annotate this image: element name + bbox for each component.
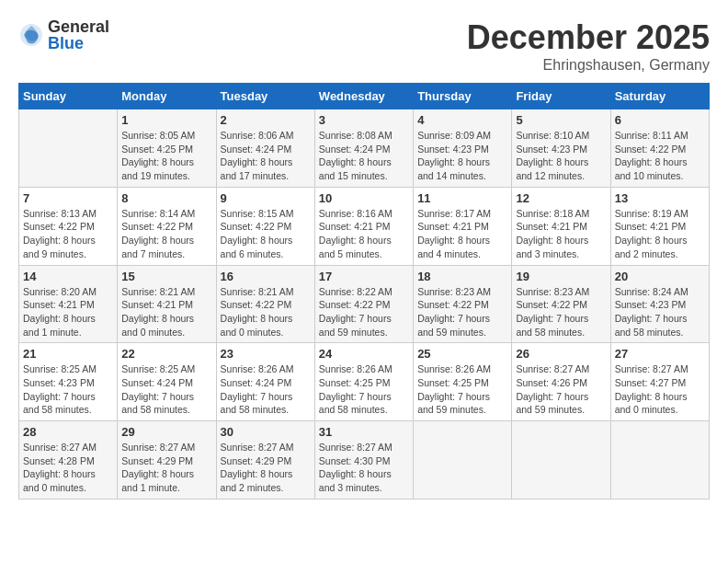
- day-number: 20: [615, 270, 705, 283]
- day-info: Sunrise: 8:26 AM Sunset: 4:25 PM Dayligh…: [319, 362, 409, 417]
- calendar-cell: [414, 421, 512, 500]
- calendar-cell: 20Sunrise: 8:24 AM Sunset: 4:23 PM Dayli…: [610, 265, 709, 343]
- calendar-week-3: 14Sunrise: 8:20 AM Sunset: 4:21 PM Dayli…: [19, 265, 710, 343]
- day-number: 13: [615, 191, 705, 205]
- day-info: Sunrise: 8:24 AM Sunset: 4:23 PM Dayligh…: [615, 285, 705, 339]
- calendar-cell: 22Sunrise: 8:25 AM Sunset: 4:24 PM Dayli…: [118, 343, 216, 421]
- calendar-week-5: 28Sunrise: 8:27 AM Sunset: 4:28 PM Dayli…: [19, 421, 710, 500]
- calendar-cell: 11Sunrise: 8:17 AM Sunset: 4:21 PM Dayli…: [414, 187, 512, 265]
- day-info: Sunrise: 8:13 AM Sunset: 4:22 PM Dayligh…: [23, 207, 113, 261]
- calendar-cell: 1Sunrise: 8:05 AM Sunset: 4:25 PM Daylig…: [118, 109, 216, 188]
- calendar-cell: 3Sunrise: 8:08 AM Sunset: 4:24 PM Daylig…: [314, 109, 413, 188]
- calendar-cell: 23Sunrise: 8:26 AM Sunset: 4:24 PM Dayli…: [216, 343, 314, 421]
- calendar-cell: 8Sunrise: 8:14 AM Sunset: 4:22 PM Daylig…: [118, 187, 216, 265]
- calendar-cell: 12Sunrise: 8:18 AM Sunset: 4:21 PM Dayli…: [512, 187, 610, 265]
- day-info: Sunrise: 8:25 AM Sunset: 4:24 PM Dayligh…: [121, 362, 211, 417]
- day-number: 9: [221, 191, 311, 205]
- day-number: 15: [121, 270, 211, 283]
- day-info: Sunrise: 8:26 AM Sunset: 4:24 PM Dayligh…: [221, 362, 311, 417]
- calendar-cell: 13Sunrise: 8:19 AM Sunset: 4:21 PM Dayli…: [610, 187, 709, 265]
- day-info: Sunrise: 8:15 AM Sunset: 4:22 PM Dayligh…: [221, 207, 311, 261]
- day-number: 25: [417, 347, 507, 361]
- calendar-cell: 10Sunrise: 8:16 AM Sunset: 4:21 PM Dayli…: [314, 187, 413, 265]
- day-info: Sunrise: 8:22 AM Sunset: 4:22 PM Dayligh…: [319, 285, 409, 339]
- calendar-week-2: 7Sunrise: 8:13 AM Sunset: 4:22 PM Daylig…: [19, 187, 710, 265]
- day-number: 11: [417, 191, 507, 205]
- day-info: Sunrise: 8:05 AM Sunset: 4:25 PM Dayligh…: [121, 129, 211, 183]
- calendar-cell: 25Sunrise: 8:26 AM Sunset: 4:25 PM Dayli…: [414, 343, 512, 421]
- weekday-header-sunday: Sunday: [19, 84, 118, 109]
- day-number: 28: [23, 425, 113, 439]
- month-year-title: December 2025: [467, 18, 710, 57]
- day-info: Sunrise: 8:09 AM Sunset: 4:23 PM Dayligh…: [417, 129, 507, 183]
- day-number: 16: [221, 270, 311, 283]
- logo: General Blue: [18, 18, 109, 52]
- day-info: Sunrise: 8:27 AM Sunset: 4:29 PM Dayligh…: [121, 441, 211, 495]
- day-info: Sunrise: 8:17 AM Sunset: 4:21 PM Dayligh…: [417, 207, 507, 261]
- day-number: 23: [221, 347, 311, 361]
- calendar-cell: 7Sunrise: 8:13 AM Sunset: 4:22 PM Daylig…: [19, 187, 118, 265]
- day-info: Sunrise: 8:21 AM Sunset: 4:21 PM Dayligh…: [121, 285, 211, 339]
- day-info: Sunrise: 8:08 AM Sunset: 4:24 PM Dayligh…: [319, 129, 409, 183]
- weekday-header-saturday: Saturday: [610, 84, 709, 109]
- calendar-cell: 19Sunrise: 8:23 AM Sunset: 4:22 PM Dayli…: [512, 265, 610, 343]
- day-number: 10: [319, 191, 409, 205]
- day-number: 7: [23, 191, 113, 205]
- calendar-week-1: 1Sunrise: 8:05 AM Sunset: 4:25 PM Daylig…: [19, 109, 710, 188]
- day-number: 1: [121, 113, 211, 127]
- calendar-cell: 21Sunrise: 8:25 AM Sunset: 4:23 PM Dayli…: [19, 343, 118, 421]
- calendar-cell: 30Sunrise: 8:27 AM Sunset: 4:29 PM Dayli…: [216, 421, 314, 500]
- day-number: 27: [615, 347, 705, 361]
- weekday-header-monday: Monday: [118, 84, 216, 109]
- title-area: December 2025 Ehringshausen, Germany: [467, 18, 710, 74]
- day-number: 12: [516, 191, 606, 205]
- day-info: Sunrise: 8:27 AM Sunset: 4:27 PM Dayligh…: [615, 362, 705, 417]
- day-number: 24: [319, 347, 409, 361]
- calendar-cell: 31Sunrise: 8:27 AM Sunset: 4:30 PM Dayli…: [314, 421, 413, 500]
- calendar-cell: 6Sunrise: 8:11 AM Sunset: 4:22 PM Daylig…: [610, 109, 709, 188]
- day-number: 22: [121, 347, 211, 361]
- day-info: Sunrise: 8:27 AM Sunset: 4:30 PM Dayligh…: [319, 441, 409, 495]
- day-info: Sunrise: 8:25 AM Sunset: 4:23 PM Dayligh…: [23, 362, 113, 417]
- day-number: 18: [417, 270, 507, 283]
- day-number: 31: [319, 425, 409, 439]
- calendar-body: 1Sunrise: 8:05 AM Sunset: 4:25 PM Daylig…: [19, 109, 710, 500]
- weekday-header-wednesday: Wednesday: [314, 84, 413, 109]
- day-number: 4: [417, 113, 507, 127]
- day-info: Sunrise: 8:27 AM Sunset: 4:28 PM Dayligh…: [23, 441, 113, 495]
- day-info: Sunrise: 8:27 AM Sunset: 4:29 PM Dayligh…: [221, 441, 311, 495]
- page-header: General Blue December 2025 Ehringshausen…: [18, 18, 710, 74]
- calendar-table: SundayMondayTuesdayWednesdayThursdayFrid…: [18, 83, 710, 500]
- calendar-cell: [19, 109, 118, 188]
- day-info: Sunrise: 8:11 AM Sunset: 4:22 PM Dayligh…: [615, 129, 705, 183]
- day-info: Sunrise: 8:21 AM Sunset: 4:22 PM Dayligh…: [221, 285, 311, 339]
- day-info: Sunrise: 8:23 AM Sunset: 4:22 PM Dayligh…: [417, 285, 507, 339]
- calendar-cell: [512, 421, 610, 500]
- weekday-header-row: SundayMondayTuesdayWednesdayThursdayFrid…: [19, 84, 710, 109]
- day-number: 26: [516, 347, 606, 361]
- calendar-header: SundayMondayTuesdayWednesdayThursdayFrid…: [19, 84, 710, 109]
- calendar-cell: 2Sunrise: 8:06 AM Sunset: 4:24 PM Daylig…: [216, 109, 314, 188]
- day-info: Sunrise: 8:27 AM Sunset: 4:26 PM Dayligh…: [516, 362, 606, 417]
- calendar-cell: 27Sunrise: 8:27 AM Sunset: 4:27 PM Dayli…: [610, 343, 709, 421]
- day-number: 14: [23, 270, 113, 283]
- calendar-cell: 29Sunrise: 8:27 AM Sunset: 4:29 PM Dayli…: [118, 421, 216, 500]
- calendar-cell: 18Sunrise: 8:23 AM Sunset: 4:22 PM Dayli…: [414, 265, 512, 343]
- weekday-header-friday: Friday: [512, 84, 610, 109]
- location-subtitle: Ehringshausen, Germany: [467, 57, 710, 74]
- day-info: Sunrise: 8:20 AM Sunset: 4:21 PM Dayligh…: [23, 285, 113, 339]
- day-number: 19: [516, 270, 606, 283]
- logo-text: General Blue: [48, 18, 109, 52]
- day-number: 8: [121, 191, 211, 205]
- day-info: Sunrise: 8:14 AM Sunset: 4:22 PM Dayligh…: [121, 207, 211, 261]
- calendar-cell: 17Sunrise: 8:22 AM Sunset: 4:22 PM Dayli…: [314, 265, 413, 343]
- day-number: 30: [221, 425, 311, 439]
- logo-general: General: [48, 18, 109, 35]
- calendar-cell: 14Sunrise: 8:20 AM Sunset: 4:21 PM Dayli…: [19, 265, 118, 343]
- day-info: Sunrise: 8:10 AM Sunset: 4:23 PM Dayligh…: [516, 129, 606, 183]
- weekday-header-tuesday: Tuesday: [216, 84, 314, 109]
- calendar-cell: 24Sunrise: 8:26 AM Sunset: 4:25 PM Dayli…: [314, 343, 413, 421]
- day-info: Sunrise: 8:06 AM Sunset: 4:24 PM Dayligh…: [221, 129, 311, 183]
- calendar-cell: [610, 421, 709, 500]
- day-info: Sunrise: 8:26 AM Sunset: 4:25 PM Dayligh…: [417, 362, 507, 417]
